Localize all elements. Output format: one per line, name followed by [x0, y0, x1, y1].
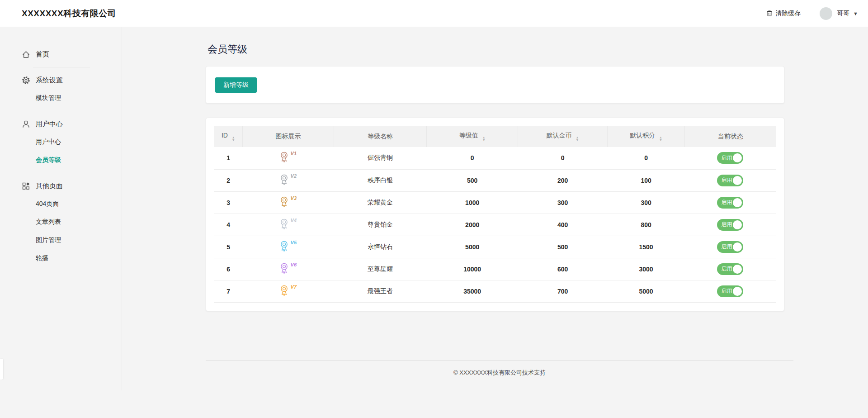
toggle-knob — [733, 265, 742, 274]
table-column-header: 默认积分 ▲▼ — [607, 126, 684, 147]
sidebar-group-item[interactable]: 首页 — [0, 45, 122, 63]
cell-level-value: 5000 — [426, 236, 518, 258]
table-row: 5 V5 永恒钻石 5000 500 1500 启用 — [214, 236, 776, 258]
sort-icon[interactable]: ▲▼ — [576, 136, 579, 142]
sidebar-group-label: 用户中心 — [36, 120, 63, 128]
toolbar-card: 新增等级 — [206, 66, 784, 104]
chevron-down-icon[interactable]: ▼ — [853, 11, 858, 16]
status-toggle[interactable]: 启用 — [717, 263, 743, 275]
table-column-header: ID ▲▼ — [214, 126, 242, 147]
cell-status: 启用 — [685, 258, 776, 280]
status-toggle[interactable]: 启用 — [717, 152, 743, 164]
user-avatar[interactable] — [820, 7, 832, 20]
cell-default-points: 300 — [607, 191, 684, 214]
grid-icon — [22, 182, 30, 190]
gear-icon — [22, 76, 30, 85]
table-column-header: 图标展示 — [242, 126, 334, 147]
table-row: 6 V6 至尊星耀 10000 600 3000 启用 — [214, 258, 776, 280]
cell-icon: V1 — [242, 147, 334, 169]
footer: © XXXXXXX科技有限公司技术支持 — [206, 360, 793, 390]
home-icon — [22, 50, 30, 59]
cell-default-coins: 400 — [518, 214, 607, 236]
toggle-knob — [733, 242, 742, 252]
column-label: 等级名称 — [368, 133, 393, 140]
table-column-header: 默认金币 ▲▼ — [518, 126, 607, 147]
clear-cache-button[interactable]: 清除缓存 — [766, 10, 801, 18]
badge-level-label: V1 — [291, 151, 297, 156]
sidebar-sub-item[interactable]: 轮播 — [0, 249, 122, 267]
cell-level-name: 永恒钻石 — [334, 236, 427, 258]
sidebar-sub-item[interactable]: 用户中心 — [0, 133, 122, 151]
toggle-label: 启用 — [721, 176, 732, 184]
sidebar-sub-item[interactable]: 文章列表 — [0, 213, 122, 231]
cell-id: 7 — [214, 280, 242, 302]
username[interactable]: 哥哥 — [837, 10, 849, 18]
table-row: 7 V7 最强王者 35000 700 5000 启用 — [214, 280, 776, 302]
sidebar-group-label: 其他页面 — [36, 182, 63, 190]
medal-badge-icon: V4 — [280, 218, 297, 230]
column-label: 图标展示 — [275, 133, 301, 140]
cell-default-points: 3000 — [607, 258, 684, 280]
table-row: 3 V3 荣耀黄金 1000 300 300 启用 — [214, 191, 776, 214]
sidebar-sub-item[interactable]: 404页面 — [0, 195, 122, 213]
cell-id: 6 — [214, 258, 242, 280]
sidebar-sub-item[interactable]: 模块管理 — [0, 89, 122, 107]
sidebar-group-label: 系统设置 — [36, 76, 63, 85]
cell-default-coins: 0 — [518, 147, 607, 169]
cell-level-value: 2000 — [426, 214, 518, 236]
status-toggle[interactable]: 启用 — [717, 197, 743, 209]
status-toggle[interactable]: 启用 — [717, 241, 743, 253]
sort-icon[interactable]: ▲▼ — [482, 136, 486, 142]
sort-icon[interactable]: ▲▼ — [659, 136, 662, 142]
cell-icon: V2 — [242, 169, 334, 191]
medal-badge-icon: V7 — [280, 285, 297, 297]
sidebar-menu: 首页 系统设置 模块管理 用户中心 用户中心 会员等级 其他页面 404页面 文… — [0, 45, 122, 267]
header-actions: 清除缓存 哥哥 ▼ — [766, 7, 858, 20]
cell-icon: V7 — [242, 280, 334, 302]
table-row: 1 V1 倔强青铜 0 0 0 启用 — [214, 147, 776, 169]
cell-id: 2 — [214, 169, 242, 191]
cell-status: 启用 — [685, 147, 776, 169]
medal-badge-icon: V2 — [280, 174, 297, 186]
table-column-header: 等级名称 — [334, 126, 427, 147]
sidebar-group-label: 首页 — [36, 50, 49, 59]
badge-level-label: V3 — [291, 196, 297, 201]
page-title: 会员等级 — [208, 43, 784, 56]
toggle-knob — [733, 153, 742, 162]
medal-badge-icon: V6 — [280, 262, 297, 275]
cell-default-points: 1500 — [607, 236, 684, 258]
status-toggle[interactable]: 启用 — [717, 175, 743, 186]
cell-id: 1 — [214, 147, 242, 169]
sidebar-sub-item[interactable]: 会员等级 — [0, 151, 122, 169]
cell-default-coins: 600 — [518, 258, 607, 280]
cell-level-name: 秩序白银 — [334, 169, 427, 191]
toggle-knob — [733, 287, 742, 296]
page-body: 首页 系统设置 模块管理 用户中心 用户中心 会员等级 其他页面 404页面 文… — [0, 27, 868, 390]
sidebar-group-item[interactable]: 其他页面 — [0, 177, 122, 195]
sidebar-group-item[interactable]: 系统设置 — [0, 71, 122, 89]
toggle-label: 启用 — [721, 265, 732, 273]
toggle-label: 启用 — [721, 243, 732, 251]
sort-icon[interactable]: ▲▼ — [232, 136, 235, 142]
toggle-label: 启用 — [721, 154, 732, 162]
toggle-label: 启用 — [721, 287, 732, 295]
main-area: 会员等级 新增等级 ID ▲▼ 图标展示 等级名称 等级值 — [122, 27, 868, 390]
badge-level-label: V7 — [291, 285, 297, 290]
cell-default-coins: 500 — [518, 236, 607, 258]
medal-badge-icon: V1 — [280, 151, 297, 163]
company-logo: XXXXXXX科技有限公司 — [22, 8, 116, 19]
sidebar-collapse-handle[interactable] — [0, 359, 3, 380]
badge-level-label: V5 — [291, 240, 297, 245]
top-header: XXXXXXX科技有限公司 清除缓存 哥哥 ▼ — [0, 0, 868, 27]
sidebar-divider — [33, 67, 90, 67]
add-level-button[interactable]: 新增等级 — [215, 77, 257, 93]
cell-icon: V6 — [242, 258, 334, 280]
sidebar-sub-item[interactable]: 图片管理 — [0, 231, 122, 249]
sidebar: 首页 系统设置 模块管理 用户中心 用户中心 会员等级 其他页面 404页面 文… — [0, 27, 122, 390]
badge-level-label: V2 — [291, 174, 297, 179]
status-toggle[interactable]: 启用 — [717, 219, 743, 231]
table-header-row: ID ▲▼ 图标展示 等级名称 等级值 ▲▼ 默认金币 ▲▼ 默认积分 ▲▼ 当… — [214, 126, 776, 147]
sidebar-group-item[interactable]: 用户中心 — [0, 115, 122, 133]
table-column-header: 当前状态 — [685, 126, 776, 147]
status-toggle[interactable]: 启用 — [717, 285, 743, 297]
